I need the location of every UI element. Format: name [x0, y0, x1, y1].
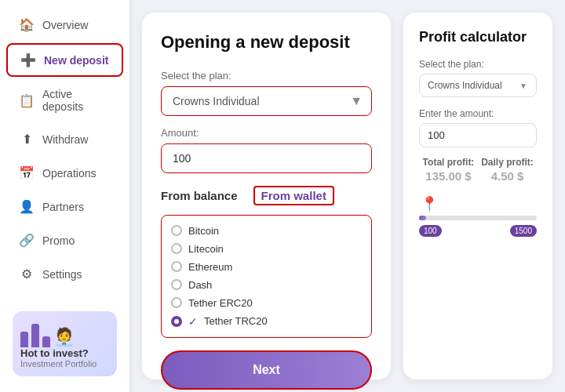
sidebar-item-label: Active deposits [42, 88, 111, 113]
daily-profit-col: Daily profit: 4.50 $ [478, 157, 537, 183]
sidebar-item-overview[interactable]: 🏠 Overview [6, 9, 123, 40]
crypto-label-tether-erc20: Tether ERC20 [188, 297, 253, 309]
profit-row: Total profit: 135.00 $ Daily profit: 4.5… [419, 157, 537, 183]
crypto-label-litecoin: Litecoin [188, 243, 224, 255]
total-profit-label: Total profit: [419, 157, 478, 168]
calc-amount-label: Enter the amount: [419, 108, 537, 119]
invest-card-section: 🧑‍💼 Hot to invest? Investment Portfolio [0, 303, 129, 384]
location-pin-icon: 📍 [421, 195, 537, 212]
sidebar-item-promo[interactable]: 🔗 Promo [6, 225, 123, 256]
sidebar-item-partners[interactable]: 👤 Partners [6, 191, 123, 222]
sidebar-item-label: Overview [42, 19, 88, 31]
crypto-label-dash: Dash [188, 279, 212, 291]
slider-fill [419, 216, 426, 220]
total-profit-col: Total profit: 135.00 $ [419, 157, 478, 183]
calc-plan-label: Select the plan: [419, 59, 537, 70]
promo-icon: 🔗 [19, 233, 35, 248]
slider-max-badge: 1500 [510, 225, 537, 237]
total-profit-value: 135.00 $ [419, 169, 478, 183]
invest-card[interactable]: 🧑‍💼 Hot to invest? Investment Portfolio [13, 311, 117, 376]
withdraw-icon: ⬆ [19, 132, 35, 147]
calc-amount-input[interactable] [419, 123, 537, 147]
profit-calc-title: Profit calculator [419, 28, 537, 46]
invest-illustration: 🧑‍💼 [20, 324, 109, 347]
tab-from-wallet[interactable]: From wallet [253, 186, 334, 205]
radio-dash[interactable] [171, 279, 182, 290]
plus-icon: ➕ [20, 53, 36, 67]
radio-tether-trc20[interactable] [171, 316, 182, 327]
operations-icon: 📅 [19, 165, 35, 180]
crypto-item-dash[interactable]: Dash [171, 276, 362, 294]
radio-tether-erc20[interactable] [171, 297, 182, 308]
sidebar-item-settings[interactable]: ⚙ Settings [6, 259, 123, 289]
crypto-item-litecoin[interactable]: Litecoin [171, 240, 362, 258]
sidebar: 🏠 Overview ➕ New deposit 📋 Active deposi… [0, 0, 129, 392]
deposit-form-title: Opening a new deposit [161, 31, 372, 54]
radio-ethereum[interactable] [171, 261, 182, 272]
deposits-icon: 📋 [19, 93, 35, 108]
home-icon: 🏠 [19, 17, 35, 32]
check-icon-trc20: ✓ [188, 315, 198, 328]
crypto-item-tether-erc20[interactable]: Tether ERC20 [171, 294, 362, 312]
sidebar-item-label: Operations [42, 167, 96, 180]
sidebar-item-label: New deposit [44, 54, 108, 67]
invest-title: Hot to invest? [20, 347, 109, 359]
crypto-label-bitcoin: Bitcoin [188, 225, 219, 237]
partners-icon: 👤 [19, 199, 35, 214]
invest-subtitle: Investment Portfolio [20, 359, 109, 368]
amount-input[interactable] [161, 143, 372, 173]
next-button[interactable]: Next [161, 350, 372, 390]
crypto-item-tether-trc20[interactable]: ✓ Tether TRC20 [171, 312, 362, 331]
sidebar-item-label: Settings [42, 268, 82, 281]
daily-profit-value: 4.50 $ [478, 169, 537, 183]
crypto-label-tether-trc20: Tether TRC20 [204, 315, 268, 327]
slider-container: 📍 100 1500 [419, 195, 537, 237]
sidebar-item-operations[interactable]: 📅 Operations [6, 158, 123, 188]
radio-litecoin[interactable] [171, 243, 182, 254]
crypto-list: Bitcoin Litecoin Ethereum Dash Tether ER… [161, 215, 372, 338]
sidebar-item-label: Partners [42, 201, 84, 213]
radio-bitcoin[interactable] [171, 225, 182, 236]
sidebar-item-label: Promo [42, 234, 75, 247]
select-plan-label: Select the plan: [161, 70, 372, 82]
settings-icon: ⚙ [19, 267, 35, 281]
slider-min-badge: 100 [419, 225, 442, 237]
slider-track [419, 216, 537, 220]
crypto-item-ethereum[interactable]: Ethereum [171, 258, 362, 276]
deposit-form: Opening a new deposit Select the plan: C… [142, 13, 391, 379]
sidebar-item-label: Withdraw [42, 133, 88, 146]
sidebar-item-withdraw[interactable]: ⬆ Withdraw [6, 124, 123, 154]
sidebar-item-active-deposits[interactable]: 📋 Active deposits [6, 80, 123, 121]
daily-profit-label: Daily profit: [478, 157, 537, 168]
main-content: Opening a new deposit Select the plan: C… [129, 0, 565, 392]
crypto-label-ethereum: Ethereum [188, 261, 232, 273]
profit-calculator: Profit calculator Select the plan: Crown… [403, 13, 552, 379]
calc-plan-select-wrapper: Crowns Individual ▼ [419, 74, 537, 97]
plan-select[interactable]: Crowns Individual [161, 86, 372, 116]
slider-labels: 100 1500 [419, 225, 537, 237]
crypto-item-bitcoin[interactable]: Bitcoin [171, 222, 362, 240]
plan-select-wrapper: Crowns Individual ▼ [161, 86, 372, 116]
payment-tabs: From balance From wallet [161, 186, 372, 205]
amount-label: Amount: [161, 127, 372, 139]
sidebar-item-new-deposit[interactable]: ➕ New deposit [6, 43, 123, 77]
calc-plan-select[interactable]: Crowns Individual [419, 74, 537, 97]
tab-from-balance[interactable]: From balance [161, 189, 238, 202]
